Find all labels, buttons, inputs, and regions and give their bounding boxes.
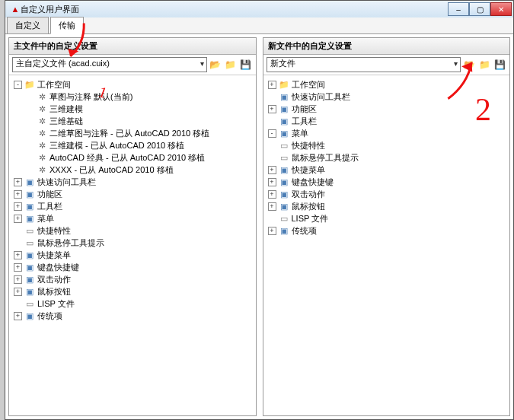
tree-item[interactable]: +▣功能区	[12, 188, 254, 200]
expand-toggle[interactable]: +	[268, 178, 276, 186]
expand-toggle[interactable]: +	[268, 81, 276, 89]
expand-toggle[interactable]: +	[268, 190, 276, 199]
expand-toggle[interactable]: -	[14, 81, 22, 89]
tree-item[interactable]: +▣键盘快捷键	[267, 176, 509, 188]
tree-item[interactable]: +▣快速访问工具栏	[12, 176, 254, 188]
expand-toggle	[268, 93, 276, 101]
sheet-icon: ▭	[24, 298, 35, 309]
expand-toggle	[26, 142, 34, 150]
tree-item[interactable]: -▣菜单	[267, 127, 509, 139]
expand-toggle[interactable]: +	[14, 178, 22, 186]
tree-item[interactable]: +▣鼠标按钮	[12, 285, 254, 298]
expand-toggle[interactable]: +	[268, 166, 276, 174]
expand-toggle[interactable]: +	[14, 288, 22, 296]
expand-toggle[interactable]: +	[14, 263, 22, 272]
tree-item[interactable]: ▭鼠标悬停工具提示	[267, 151, 509, 164]
item-icon: ▣	[24, 286, 35, 297]
tab-customize[interactable]: 自定义	[7, 17, 49, 33]
tab-transfer[interactable]: 传输	[50, 17, 84, 34]
expand-toggle[interactable]: +	[14, 190, 22, 199]
tree-item-label: 功能区	[292, 103, 317, 115]
expand-toggle[interactable]: +	[14, 312, 22, 320]
left-file-select[interactable]: 主自定义文件 (acad.cuix)	[12, 57, 207, 72]
gear-icon: ✲	[37, 140, 47, 151]
tree-item[interactable]: ✲草图与注释 默认(当前)	[24, 91, 254, 103]
expand-toggle[interactable]: +	[14, 251, 22, 259]
titlebar: ▲ 自定义用户界面 – ▢ ✕	[5, 1, 513, 18]
tree-item-label: AutoCAD 经典 - 已从 AutoCAD 2010 移植	[49, 151, 205, 164]
tree-item[interactable]: +▣双击动作	[12, 273, 254, 285]
tree-item-label: XXXX - 已从 AutoCAD 2010 移植	[49, 164, 174, 176]
tree-item[interactable]: ▭快捷特性	[12, 224, 254, 237]
save-icon[interactable]: 💾	[493, 58, 506, 72]
right-file-select[interactable]: 新文件	[267, 57, 461, 72]
folder-open-icon[interactable]: 📂	[209, 58, 222, 72]
expand-toggle	[26, 166, 34, 174]
maximize-button[interactable]: ▢	[469, 2, 490, 16]
tree-item-label: 三维建模	[49, 103, 83, 115]
tree-item[interactable]: +▣传统项	[267, 224, 509, 237]
minimize-button[interactable]: –	[448, 2, 469, 16]
tree-item-label: 草图与注释 默认(当前)	[49, 91, 132, 103]
tree-item[interactable]: ✲三维建模 - 已从 AutoCAD 2010 移植	[24, 139, 254, 151]
tree-item[interactable]: +▣传统项	[12, 310, 254, 322]
expand-toggle[interactable]: -	[268, 129, 276, 138]
tree-item[interactable]: ▣工具栏	[267, 115, 509, 127]
tree-item-label: 快捷特性	[37, 224, 71, 237]
tree-item-label: 快捷菜单	[292, 164, 325, 176]
close-button[interactable]: ✕	[490, 2, 512, 16]
tree-item-label: 传统项	[292, 224, 317, 237]
tree-item[interactable]: +📁工作空间	[267, 78, 509, 91]
tree-item[interactable]: +▣鼠标按钮	[267, 200, 509, 212]
item-icon: ▣	[24, 262, 35, 272]
tree-item[interactable]: +▣双击动作	[267, 188, 509, 200]
tree-item-label: 键盘快捷键	[292, 176, 334, 188]
tree-item[interactable]: ✲二维草图与注释 - 已从 AutoCAD 2010 移植	[24, 127, 254, 139]
tree-item[interactable]: ▭快捷特性	[267, 139, 509, 151]
tree-item[interactable]: ▭LISP 文件	[267, 212, 509, 224]
tree-item-label: 快捷菜单	[37, 249, 71, 261]
expand-toggle[interactable]: +	[14, 202, 22, 211]
tree-item[interactable]: ✲三维建模	[24, 103, 254, 115]
tree-item[interactable]: ▣快速访问工具栏	[267, 91, 509, 103]
app-icon: ▲	[10, 4, 21, 14]
item-icon: ▣	[24, 310, 35, 321]
tree-item[interactable]: +▣键盘快捷键	[12, 261, 254, 273]
tree-item-label: 鼠标按钮	[292, 200, 325, 212]
item-icon: ▣	[279, 116, 289, 126]
expand-toggle[interactable]: +	[268, 202, 276, 211]
expand-toggle[interactable]: +	[14, 275, 22, 284]
tree-item-label: 双击动作	[37, 273, 71, 285]
folder-open-icon[interactable]: 📂	[462, 58, 476, 72]
expand-toggle	[14, 239, 22, 247]
expand-toggle	[268, 142, 276, 150]
tree-item-label: LISP 文件	[37, 298, 75, 310]
expand-toggle[interactable]: +	[14, 215, 22, 223]
tree-item[interactable]: ✲AutoCAD 经典 - 已从 AutoCAD 2010 移植	[24, 151, 254, 164]
tree-item[interactable]: +▣工具栏	[12, 200, 254, 212]
folder-icon[interactable]: 📁	[224, 58, 238, 72]
tree-item[interactable]: +▣功能区	[267, 103, 509, 115]
tree-item[interactable]: -📁工作空间✲草图与注释 默认(当前)✲三维建模✲三维基础✲二维草图与注释 - …	[12, 78, 254, 176]
tree-item[interactable]: +▣菜单	[12, 212, 254, 224]
expand-toggle	[26, 154, 34, 162]
tree-item[interactable]: +▣快捷菜单	[267, 164, 509, 176]
expand-toggle[interactable]: +	[268, 105, 276, 113]
expand-toggle[interactable]: +	[268, 227, 276, 235]
folder-icon[interactable]: 📁	[477, 58, 491, 72]
tree-item[interactable]: ✲三维基础	[24, 115, 254, 127]
item-icon: ▣	[24, 274, 35, 285]
tree-item[interactable]: ▭LISP 文件	[12, 298, 254, 310]
expand-toggle	[26, 129, 34, 138]
left-tree[interactable]: -📁工作空间✲草图与注释 默认(当前)✲三维建模✲三维基础✲二维草图与注释 - …	[9, 75, 256, 415]
right-file-select-wrap[interactable]: 新文件	[267, 57, 461, 72]
tree-item[interactable]: ✲XXXX - 已从 AutoCAD 2010 移植	[24, 164, 254, 176]
item-icon: ▣	[279, 103, 289, 114]
right-tree[interactable]: +📁工作空间▣快速访问工具栏+▣功能区▣工具栏-▣菜单▭快捷特性▭鼠标悬停工具提…	[263, 75, 510, 415]
expand-toggle	[26, 117, 34, 126]
left-file-select-wrap[interactable]: 主自定义文件 (acad.cuix)	[12, 57, 207, 72]
tree-item[interactable]: +▣快捷菜单	[12, 249, 254, 261]
folder-icon: 📁	[279, 79, 289, 90]
save-icon[interactable]: 💾	[239, 58, 253, 72]
tree-item[interactable]: ▭鼠标悬停工具提示	[12, 237, 254, 249]
